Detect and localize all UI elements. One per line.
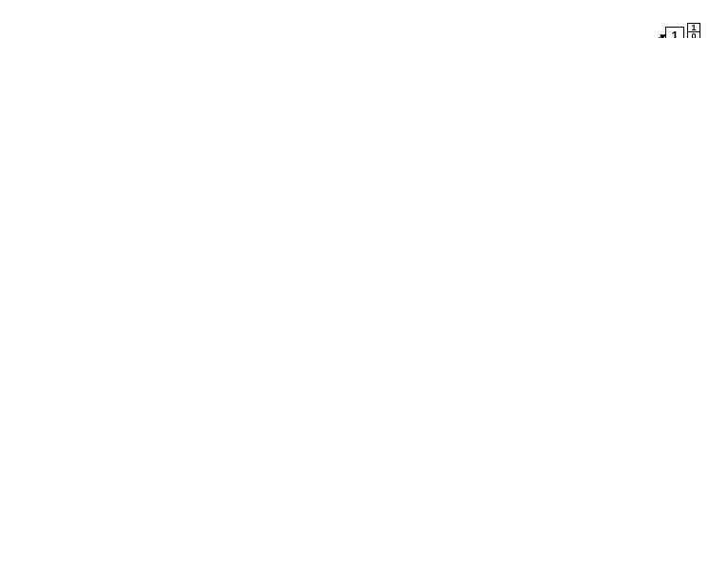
- tree-node: 1: [665, 27, 684, 38]
- tree-lines: [0, 0, 728, 38]
- tree-leaf: 101: [687, 23, 700, 38]
